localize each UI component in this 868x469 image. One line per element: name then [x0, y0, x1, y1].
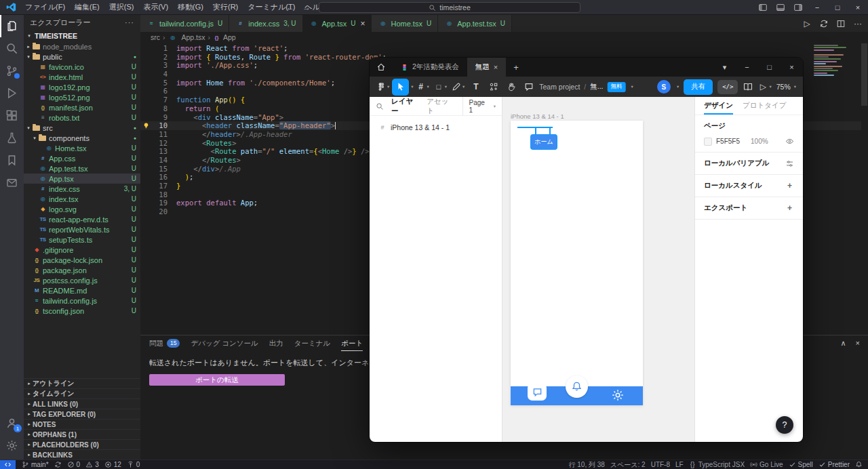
frame-label[interactable]: iPhone 13 & 14 - 1 — [511, 113, 564, 120]
activity-search[interactable] — [0, 37, 24, 60]
panel-tab-デバッグ コンソール[interactable]: デバッグ コンソール — [191, 335, 258, 351]
more-actions-icon[interactable]: ··· — [125, 18, 134, 26]
resources-tool[interactable] — [485, 79, 502, 96]
chevron-down-icon[interactable]: ▾ — [713, 58, 736, 77]
remote-indicator[interactable] — [0, 460, 16, 469]
sync-icon[interactable] — [819, 19, 829, 28]
more-actions-icon[interactable]: ··· — [853, 19, 863, 28]
toggle-secondary-sidebar-icon[interactable] — [789, 0, 807, 15]
section-TAG EXPLORER (0)[interactable]: ▸TAG EXPLORER (0) — [24, 409, 140, 419]
tab-App.tsx[interactable]: ◎App.tsxU× — [303, 15, 372, 32]
section-BACKLINKS[interactable]: ▸BACKLINKS — [24, 449, 140, 460]
file-components[interactable]: ▾components● — [24, 133, 140, 143]
minimize-button[interactable]: − — [736, 58, 758, 77]
project-root[interactable]: ▾ TIMEISTREE — [24, 30, 140, 41]
menu-item[interactable]: 移動(G) — [173, 0, 208, 14]
file-package-lock.json[interactable]: {}package-lock.jsonU — [24, 255, 140, 265]
page-color-value[interactable]: F5F5F5 — [716, 138, 740, 145]
status-sync[interactable] — [52, 460, 64, 469]
menu-item[interactable]: 実行(R) — [208, 0, 243, 14]
file-App.tsx[interactable]: ◎App.tsxU — [24, 174, 140, 184]
file-index.tsx[interactable]: ◎index.tsxU — [24, 194, 140, 204]
panel-tab-ターミナル[interactable]: ターミナル — [294, 335, 330, 351]
menu-item[interactable]: 選択(S) — [104, 0, 139, 14]
tab-layers[interactable]: レイヤー — [391, 97, 419, 116]
breadcrumb-src[interactable]: src — [151, 33, 160, 41]
present-button[interactable]: ▷▾ — [758, 82, 771, 91]
section-PLACEHOLDERS (0)[interactable]: ▸PLACEHOLDERS (0) — [24, 439, 140, 449]
text-tool[interactable]: T — [467, 79, 484, 96]
page-opacity[interactable]: 100% — [751, 138, 768, 145]
file-postcss.config.js[interactable]: JSpostcss.config.jsU — [24, 275, 140, 285]
maximize-button[interactable]: □ — [758, 58, 781, 77]
figma-canvas[interactable]: iPhone 13 & 14 - 1 ホーム — [502, 97, 694, 442]
comment-tool[interactable] — [520, 79, 537, 96]
tab-assets[interactable]: アセット — [427, 97, 454, 116]
file-public[interactable]: ▾public● — [24, 52, 140, 62]
tab-Home.tsx[interactable]: ◎Home.tsxU — [372, 15, 438, 32]
activity-explorer[interactable] — [0, 15, 24, 37]
section-ALL LINKS (0)[interactable]: ▸ALL LINKS (0) — [24, 399, 140, 409]
file-setupTests.ts[interactable]: TSsetupTests.tsU — [24, 234, 140, 245]
section-アウトライン[interactable]: ▸アウトライン — [24, 378, 140, 388]
file-favicon.ico[interactable]: ▦favicon.icoU — [24, 62, 140, 72]
menu-item[interactable]: 表示(V) — [138, 0, 173, 14]
menu-item[interactable]: ファイル(F) — [20, 0, 70, 14]
help-button[interactable]: ? — [776, 416, 793, 434]
section-NOTES[interactable]: ▸NOTES — [24, 419, 140, 429]
file-tsconfig.json[interactable]: {}tsconfig.jsonU — [24, 306, 140, 316]
pen-tool[interactable]: ▾ — [450, 79, 467, 96]
file-node_modules[interactable]: ▸node_modules — [24, 41, 140, 52]
activity-testing[interactable] — [0, 127, 24, 149]
activity-mail[interactable] — [0, 171, 24, 194]
main-menu-button[interactable]: ▾ — [374, 79, 391, 96]
gear-icon[interactable] — [611, 388, 625, 402]
new-tab-button[interactable]: + — [506, 62, 526, 73]
file-reportWebVitals.ts[interactable]: TSreportWebVitals.tsU — [24, 224, 140, 234]
chevron-down-icon[interactable]: ▾ — [677, 84, 679, 89]
section-タイムライン[interactable]: ▸タイムライン — [24, 388, 140, 399]
eye-icon[interactable] — [785, 137, 794, 146]
close-button[interactable]: × — [781, 58, 803, 77]
status-行-10,-列-38[interactable]: 行 10, 列 38 — [566, 460, 607, 469]
menu-item[interactable]: 編集(E) — [70, 0, 104, 14]
home-icon[interactable] — [370, 58, 393, 77]
file-package.json[interactable]: {}package.jsonU — [24, 265, 140, 275]
forward-port-button[interactable]: ポートの転送 — [149, 374, 285, 386]
move-tool[interactable] — [392, 79, 409, 96]
forward-icon[interactable]: → — [302, 3, 311, 12]
file-index.css[interactable]: #index.css3, U — [24, 184, 140, 194]
file-Home.tsx[interactable]: ◎Home.tsxU — [24, 143, 140, 153]
tab-tailwind.config.js[interactable]: ≈tailwind.config.jsU — [140, 15, 229, 32]
close-panel-icon[interactable]: × — [856, 339, 860, 348]
status-bell[interactable] — [852, 460, 865, 469]
add-export-button[interactable]: + — [785, 204, 794, 213]
search-input[interactable]: timeistree — [319, 2, 580, 13]
panel-tab-問題[interactable]: 問題15 — [149, 335, 180, 351]
figma-tab-presentation[interactable]: 2年活動発表会 — [393, 58, 467, 77]
activity-run-debug[interactable] — [0, 82, 24, 104]
close-tab-icon[interactable]: × — [494, 63, 498, 71]
avatar[interactable]: S — [657, 80, 671, 94]
status-0[interactable]: 0 — [64, 460, 83, 469]
status-Go-Live[interactable]: Go Live — [747, 460, 785, 469]
file-logo.svg[interactable]: ◆logo.svgU — [24, 204, 140, 214]
search-icon[interactable] — [376, 102, 384, 110]
activity-source-control[interactable] — [0, 60, 24, 82]
back-icon[interactable]: ← — [286, 3, 294, 12]
status-Prettier[interactable]: Prettier — [816, 460, 852, 469]
activity-settings[interactable] — [0, 434, 24, 457]
toggle-sidebar-icon[interactable] — [754, 0, 772, 15]
status-UTF-8[interactable]: UTF-8 — [648, 460, 673, 469]
chat-icon[interactable] — [528, 383, 547, 401]
minimap[interactable] — [814, 45, 859, 77]
status-3[interactable]: 3 — [83, 460, 102, 469]
figma-tab-untitled[interactable]: 無題 × — [467, 58, 506, 77]
home-button-element[interactable]: ホーム — [531, 135, 557, 149]
split-editor-icon[interactable] — [836, 19, 846, 28]
close-icon[interactable]: × — [360, 20, 365, 28]
file-breadcrumb[interactable]: Team project / 無... 無料 ▾ — [539, 77, 633, 97]
activity-bookmarks[interactable] — [0, 149, 24, 171]
file-logo512.png[interactable]: ▦logo512.pngU — [24, 92, 140, 102]
panel-tab-ポート[interactable]: ポート — [341, 335, 363, 351]
